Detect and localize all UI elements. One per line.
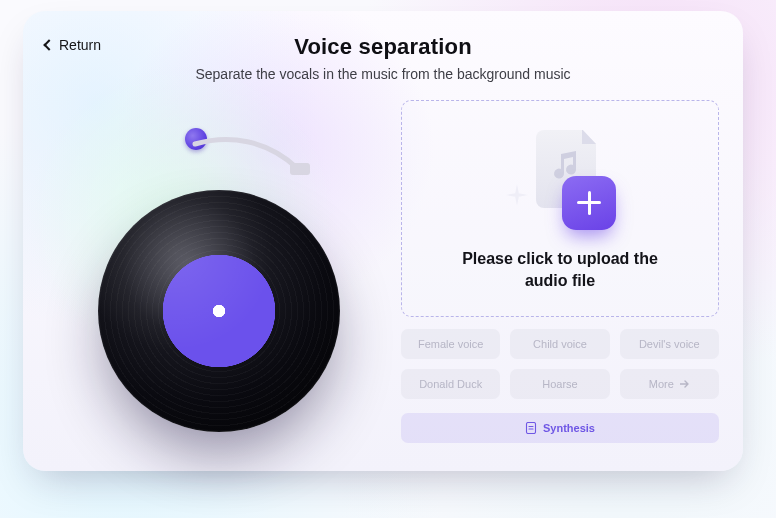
svg-rect-1 <box>527 423 536 434</box>
chip-label: More <box>649 378 674 390</box>
upload-dropzone[interactable]: Please click to upload the audio file <box>401 100 719 317</box>
right-panel: Please click to upload the audio file Fe… <box>401 100 719 452</box>
chip-female-voice[interactable]: Female voice <box>401 329 500 359</box>
chip-label: Devil's voice <box>639 338 700 350</box>
vinyl-record-icon <box>98 190 340 432</box>
upload-label: Please click to upload the audio file <box>440 248 680 291</box>
chip-devils-voice[interactable]: Devil's voice <box>620 329 719 359</box>
voice-effect-list: Female voice Child voice Devil's voice D… <box>401 329 719 399</box>
chip-child-voice[interactable]: Child voice <box>510 329 609 359</box>
svg-rect-0 <box>290 163 310 175</box>
page-subtitle: Separate the vocals in the music from th… <box>23 66 743 82</box>
arrow-right-icon <box>680 380 690 388</box>
chip-hoarse[interactable]: Hoarse <box>510 369 609 399</box>
synthesis-icon <box>525 422 537 434</box>
synthesis-label: Synthesis <box>543 422 595 434</box>
page-title: Voice separation <box>23 34 743 60</box>
tonearm-icon <box>189 138 319 198</box>
chip-label: Female voice <box>418 338 483 350</box>
chip-more[interactable]: More <box>620 369 719 399</box>
chip-label: Donald Duck <box>419 378 482 390</box>
chip-donald-duck[interactable]: Donald Duck <box>401 369 500 399</box>
turntable-illustration <box>63 116 373 436</box>
plus-icon <box>562 176 616 230</box>
chip-label: Hoarse <box>542 378 577 390</box>
chip-label: Child voice <box>533 338 587 350</box>
app-card: Return Voice separation Separate the voc… <box>23 11 743 471</box>
upload-art <box>500 126 620 236</box>
synthesis-button[interactable]: Synthesis <box>401 413 719 443</box>
sparkle-icon <box>506 184 528 206</box>
